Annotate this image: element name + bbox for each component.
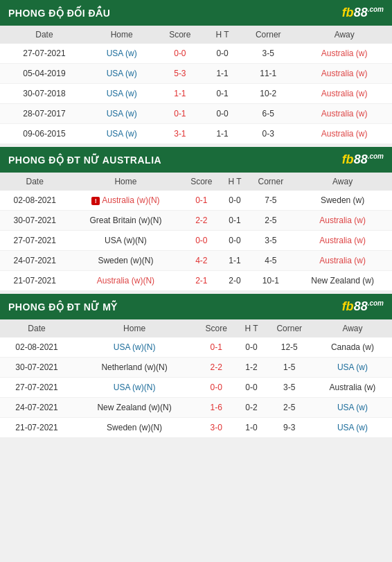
col-header-home: Home [89,26,155,44]
logo-fb: fb [342,299,354,313]
cell-home: USA (w) [89,124,155,144]
table-row: 27-07-2021USA (w)0-00-03-5Australia (w) [0,44,392,64]
cell-away: Australia (w) [293,251,392,271]
cell-home: Netherland (w)(N) [73,358,195,378]
col-header-corner: Corner [240,26,296,44]
cell-date: 05-04-2019 [0,64,89,84]
table-row: 09-06-2015USA (w)3-11-10-3Australia (w) [0,124,392,144]
cell-score: 3-1 [155,124,206,144]
cell-corner: 3-5 [249,231,294,251]
cell-date: 24-07-2021 [0,398,73,418]
cell-ht: 1-1 [205,124,240,144]
cell-away: Australia (w) [293,231,392,251]
cell-corner: 10-1 [249,271,294,291]
cell-ht: 0-0 [205,44,240,64]
cell-date: 27-07-2021 [0,231,69,251]
cell-away: Australia (w) [293,211,392,231]
cell-date: 02-08-2021 [0,191,69,211]
cell-ht: 0-1 [221,211,248,231]
logo-88: 88 [354,299,368,313]
cell-ht: 0-1 [205,84,240,104]
logo-88: 88 [354,152,368,166]
cell-date: 30-07-2021 [0,358,73,378]
col-header-h-t: H T [221,173,248,191]
section-usa-form: PHONG ĐỘ ĐT NỮ MỸfb88.comDateHomeScoreH … [0,294,392,438]
cell-home: Sweden (w)(N) [69,251,181,271]
table-australia-form: DateHomeScoreH TCornerAway02-08-2021!Aus… [0,173,392,291]
section-title-australia-form: PHONG ĐỘ ĐT NỮ AUSTRALIA [8,155,161,166]
cell-date: 28-07-2017 [0,104,89,124]
logo-text: fb88.com [342,6,384,20]
cell-date: 27-07-2021 [0,44,89,64]
logo-fb: fb [342,6,354,19]
cell-score: 0-1 [155,104,206,124]
cell-corner: 2-5 [266,398,313,418]
cell-home: Sweden (w)(N) [73,418,195,438]
cell-score: 0-1 [181,191,221,211]
table-head-to-head: DateHomeScoreH TCornerAway27-07-2021USA … [0,26,392,144]
cell-away: Sweden (w) [293,191,392,211]
table-usa-form: DateHomeScoreH TCornerAway02-08-2021USA … [0,319,392,438]
cell-date: 27-07-2021 [0,378,73,398]
logo-com: .com [368,299,384,307]
cell-score: 0-0 [195,378,237,398]
cell-corner: 4-5 [249,251,294,271]
cell-ht: 1-1 [221,251,248,271]
cell-ht: 2-0 [221,271,248,291]
cell-score: 2-2 [195,358,237,378]
cell-score: 1-1 [155,84,206,104]
cell-away: USA (w) [313,418,392,438]
logo-88: 88 [354,6,368,19]
logo-com: .com [368,6,384,13]
table-row: 24-07-2021Sweden (w)(N)4-21-14-5Australi… [0,251,392,271]
col-header-away: Away [296,26,392,44]
cell-away: Australia (w) [296,104,392,124]
logo-head-to-head: fb88.com [342,6,384,20]
col-header-date: Date [0,319,73,337]
col-header-date: Date [0,173,69,191]
cell-score: 4-2 [181,251,221,271]
cell-corner: 3-5 [240,44,296,64]
logo-usa-form: fb88.com [342,299,384,314]
table-wrapper-australia-form: DateHomeScoreH TCornerAway02-08-2021!Aus… [0,173,392,291]
logo-text: fb88.com [342,152,384,167]
cell-corner: 3-5 [266,378,313,398]
col-header-away: Away [313,319,392,337]
cell-ht: 0-2 [237,398,265,418]
cell-corner: 10-2 [240,84,296,104]
table-row: 30-07-2021Netherland (w)(N)2-21-21-5USA … [0,358,392,378]
table-row: 05-04-2019USA (w)5-31-111-1Australia (w) [0,64,392,84]
col-header-score: Score [155,26,206,44]
cell-score: 2-2 [181,211,221,231]
cell-corner: 9-3 [266,418,313,438]
cell-home: USA (w) [89,64,155,84]
table-wrapper-usa-form: DateHomeScoreH TCornerAway02-08-2021USA … [0,319,392,438]
cell-home: USA (w)(N) [69,231,181,251]
col-header-corner: Corner [249,173,294,191]
col-header-home: Home [69,173,181,191]
cell-score: 0-0 [181,231,221,251]
logo-australia-form: fb88.com [342,152,384,167]
table-row: 02-08-2021!Australia (w)(N)0-10-07-5Swed… [0,191,392,211]
cell-date: 09-06-2015 [0,124,89,144]
cell-away: Australia (w) [296,84,392,104]
section-australia-form: PHONG ĐỘ ĐT NỮ AUSTRALIAfb88.comDateHome… [0,147,392,291]
col-header-home: Home [73,319,195,337]
col-header-away: Away [293,173,392,191]
cell-score: 5-3 [155,64,206,84]
cell-corner: 1-5 [266,358,313,378]
cell-corner: 11-1 [240,64,296,84]
cell-date: 02-08-2021 [0,337,73,358]
cell-home: USA (w)(N) [73,337,195,358]
cell-score: 0-0 [155,44,206,64]
cell-corner: 0-3 [240,124,296,144]
col-header-score: Score [195,319,237,337]
cell-ht: 0-0 [221,231,248,251]
cell-home: USA (w) [89,104,155,124]
cell-corner: 12-5 [266,337,313,358]
cell-away: Australia (w) [296,64,392,84]
section-header-usa-form: PHONG ĐỘ ĐT NỮ MỸfb88.com [0,294,392,319]
section-header-australia-form: PHONG ĐỘ ĐT NỮ AUSTRALIAfb88.com [0,147,392,173]
cell-date: 30-07-2018 [0,84,89,104]
cell-score: 1-6 [195,398,237,418]
